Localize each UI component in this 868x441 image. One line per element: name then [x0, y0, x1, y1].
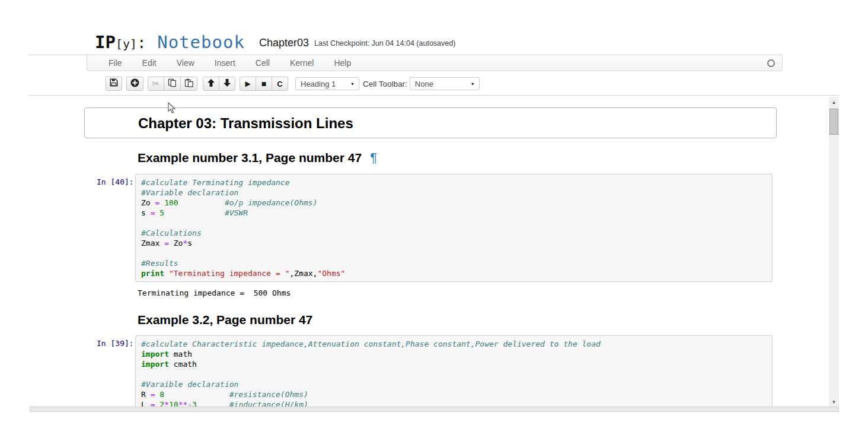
- menu-edit[interactable]: Edit: [132, 55, 167, 71]
- code-line: #Varaible declaration: [141, 379, 772, 389]
- logo-colon: :: [137, 34, 146, 52]
- restart-kernel-button[interactable]: C: [272, 77, 288, 91]
- chevron-down-icon: ▼: [471, 82, 475, 86]
- horizontal-scrollbar[interactable]: [30, 407, 839, 412]
- add-cell-button[interactable]: [126, 77, 143, 91]
- mouse-cursor-icon: [168, 102, 176, 116]
- save-icon: [110, 78, 118, 89]
- code-line: #Variable declaration: [141, 188, 772, 198]
- cell-type-select[interactable]: Heading 1 ▼: [295, 77, 359, 90]
- run-icon: ▶: [245, 80, 250, 87]
- move-up-icon: [208, 78, 215, 89]
- input-prompt: In [39]:: [84, 335, 135, 407]
- code-line: L = 2*10**-3 #inductance(H/km): [141, 399, 772, 407]
- move-cell-down-button[interactable]: [219, 77, 235, 91]
- code-editor[interactable]: #calculate Terminating impedance#Variabl…: [135, 174, 773, 282]
- scroll-down-arrow-icon[interactable]: ▼: [829, 399, 839, 405]
- save-button[interactable]: [106, 77, 122, 91]
- heading2-cell[interactable]: Example 3.2, Page number 47: [138, 312, 777, 328]
- heading1-text: Chapter 03: Transmission Lines: [138, 113, 776, 134]
- chevron-down-icon: ▼: [350, 82, 355, 86]
- code-line: #calculate Terminating impedance: [141, 177, 772, 188]
- code-cell: In [40]:#calculate Terminating impedance…: [84, 174, 777, 282]
- add-cell-icon: [130, 78, 139, 90]
- cell-type-value: Heading 1: [301, 80, 336, 88]
- heading2-text: Example number 3.1, Page number 47: [138, 151, 362, 164]
- copy-cell-button[interactable]: [164, 77, 181, 91]
- heading2-cell[interactable]: Example number 3.1, Page number 47¶: [138, 150, 777, 166]
- code-line: print "Terminating impedance = ",Zmax,"O…: [141, 268, 772, 278]
- code-line: [141, 369, 772, 379]
- code-line: #Calculations: [141, 228, 772, 238]
- menu-list: FileEditViewInsertCellKernelHelp: [87, 55, 361, 71]
- cell-toolbar-select[interactable]: None ▼: [410, 77, 480, 90]
- interrupt-kernel-button[interactable]: ■: [256, 77, 272, 91]
- cell-toolbar-value: None: [415, 80, 433, 88]
- logo-y: [y]: [116, 37, 137, 51]
- heading1-cell-selected[interactable]: Chapter 03: Transmission Lines: [84, 107, 777, 138]
- cell-toolbar-label: Cell Toolbar:: [363, 77, 407, 91]
- cut-cell-button[interactable]: ✂: [148, 77, 164, 91]
- move-cell-up-button[interactable]: [203, 77, 219, 91]
- run-cell-button[interactable]: ▶: [240, 77, 256, 91]
- move-down-icon: [224, 78, 231, 89]
- logo-ip: IP: [95, 32, 116, 52]
- code-line: import cmath: [141, 359, 772, 369]
- logo-notebook: Notebook: [146, 32, 245, 52]
- menu-file[interactable]: File: [98, 55, 132, 71]
- scroll-up-arrow-icon[interactable]: ▲: [829, 100, 839, 105]
- menu-cell[interactable]: Cell: [245, 55, 280, 71]
- anchor-pilcrow[interactable]: ¶: [370, 150, 377, 165]
- menubar: FileEditViewInsertCellKernelHelp: [87, 55, 783, 71]
- input-prompt: In [40]:: [84, 174, 135, 282]
- menu-view[interactable]: View: [167, 55, 205, 71]
- kernel-idle-indicator-icon: [767, 59, 775, 67]
- notebook: Chapter 03: Transmission LinesExample nu…: [84, 97, 777, 407]
- ipython-logo[interactable]: IP[y]: Notebook: [95, 32, 245, 52]
- menu-help[interactable]: Help: [324, 55, 361, 71]
- code-line: #calculate Characteristic impedance,Atte…: [141, 339, 772, 349]
- notebook-title[interactable]: Chapter03: [259, 37, 309, 49]
- code-line: R = 8 #resistance(Ohms): [141, 389, 772, 399]
- menu-insert[interactable]: Insert: [205, 55, 245, 71]
- copy-icon: [168, 78, 177, 90]
- restart-kernel-icon: C: [277, 80, 282, 88]
- heading2-text: Example 3.2, Page number 47: [138, 313, 312, 326]
- code-cell: In [39]:#calculate Characteristic impeda…: [84, 335, 777, 407]
- code-line: Zo = 100 #o/p impedance(Ohms): [141, 198, 772, 208]
- vertical-scrollbar-thumb[interactable]: [829, 109, 838, 135]
- vertical-scrollbar[interactable]: ▲ ▼: [829, 97, 839, 407]
- code-line: Zmax = Zo*s: [141, 238, 772, 248]
- code-line: s = 5 #VSWR: [141, 208, 772, 218]
- checkpoint-status: Last Checkpoint: Jun 04 14:04 (autosaved…: [314, 39, 455, 47]
- paste-icon: [184, 78, 193, 90]
- toolbar-bottom-border: [28, 95, 840, 96]
- output-text: Terminating impedance = 500 Ohms: [138, 288, 777, 298]
- toolbar: ✂ ▶ ■ C Heading 1 ▼: [106, 77, 480, 92]
- code-editor[interactable]: #calculate Characteristic impedance,Atte…: [135, 335, 773, 407]
- code-line: #Results: [141, 258, 772, 268]
- code-line: import math: [141, 349, 772, 359]
- menu-kernel[interactable]: Kernel: [280, 55, 324, 71]
- code-line: [141, 248, 772, 258]
- cut-icon: ✂: [152, 78, 160, 89]
- stop-icon: ■: [261, 80, 266, 88]
- code-line: [141, 218, 772, 228]
- notebook-app: IP[y]: Notebook Chapter03 Last Checkpoin…: [0, 0, 868, 441]
- paste-cell-button[interactable]: [180, 77, 197, 91]
